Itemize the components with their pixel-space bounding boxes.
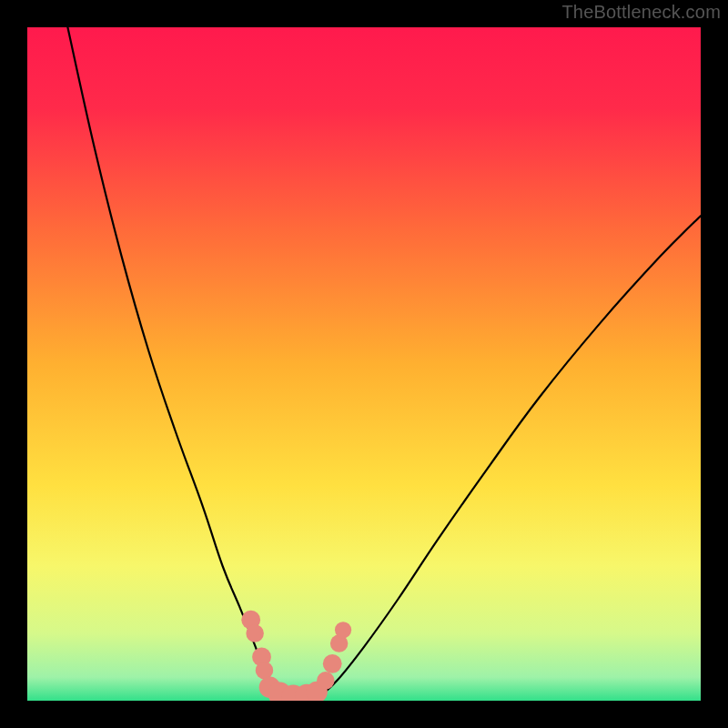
bottleneck-chart: [0, 0, 728, 728]
chart-frame: TheBottleneck.com: [0, 0, 728, 728]
marker-dot: [246, 624, 264, 642]
plot-background: [27, 27, 701, 701]
watermark-text: TheBottleneck.com: [561, 2, 721, 23]
marker-dot: [317, 672, 335, 690]
marker-dot: [335, 622, 351, 638]
marker-dot: [256, 662, 274, 680]
marker-dot: [323, 654, 342, 673]
